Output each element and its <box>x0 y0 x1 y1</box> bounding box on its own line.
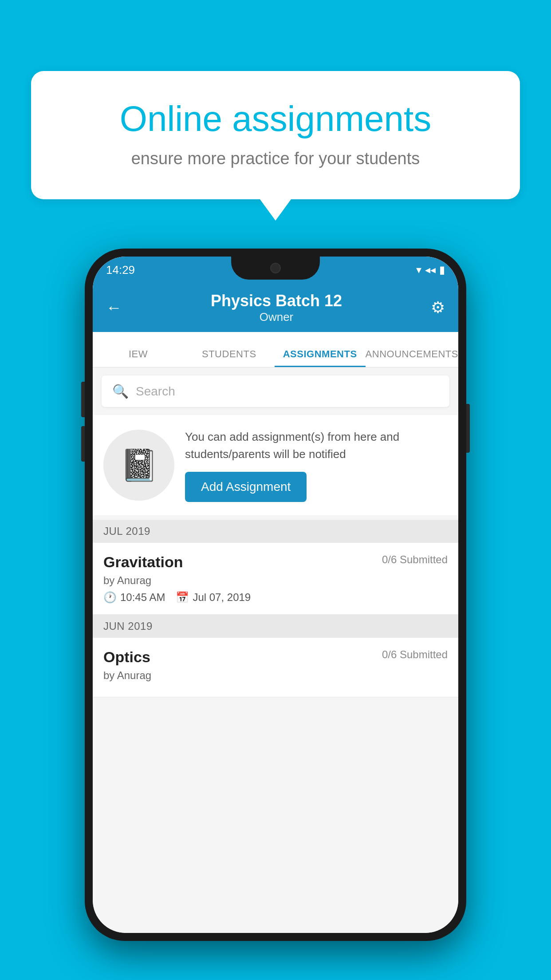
bubble-title: Online assignments <box>67 98 484 140</box>
tab-assignments-label: ASSIGNMENTS <box>283 348 357 360</box>
assignment-by-optics: by Anurag <box>103 669 448 682</box>
header-center: Physics Batch 12 Owner <box>211 292 342 324</box>
screen-content: 14:29 ▾ ◂◂ ▮ ← Physics Batch 12 Owner ⚙ <box>93 257 458 933</box>
speech-bubble: Online assignments ensure more practice … <box>31 71 520 199</box>
volume-down-button <box>81 426 85 462</box>
speech-bubble-area: Online assignments ensure more practice … <box>31 71 520 199</box>
meta-date-gravitation: 📅 Jul 07, 2019 <box>176 591 251 604</box>
promo-text-area: You can add assignment(s) from here and … <box>185 428 448 502</box>
tab-bar: IEW STUDENTS ASSIGNMENTS ANNOUNCEMENTS <box>93 332 458 368</box>
phone-notch <box>231 257 320 280</box>
battery-icon: ▮ <box>439 264 445 276</box>
assignment-title-gravitation: Gravitation <box>103 553 183 571</box>
bubble-subtitle: ensure more practice for your students <box>67 149 484 168</box>
promo-box: 📓 You can add assignment(s) from here an… <box>93 415 458 515</box>
calendar-icon: 📅 <box>176 591 189 604</box>
notebook-icon: 📓 <box>120 447 158 483</box>
assignment-submitted-optics: 0/6 Submitted <box>382 648 448 661</box>
volume-up-button <box>81 382 85 417</box>
section-header-jun: JUN 2019 <box>93 615 458 638</box>
phone-device: 14:29 ▾ ◂◂ ▮ ← Physics Batch 12 Owner ⚙ <box>85 249 466 941</box>
section-header-jul: JUL 2019 <box>93 520 458 543</box>
content-area: 🔍 Search 📓 You can add assignment(s) fro… <box>93 368 458 933</box>
wifi-icon: ▾ <box>416 264 421 276</box>
status-time: 14:29 <box>106 263 135 277</box>
assignment-top-row: Gravitation 0/6 Submitted <box>103 553 448 571</box>
assignment-submitted-gravitation: 0/6 Submitted <box>382 553 448 566</box>
assignment-title-optics: Optics <box>103 648 150 666</box>
assignment-meta-gravitation: 🕐 10:45 AM 📅 Jul 07, 2019 <box>103 591 448 604</box>
search-input[interactable]: Search <box>136 384 175 399</box>
meta-time-gravitation: 🕐 10:45 AM <box>103 591 165 604</box>
header-title: Physics Batch 12 <box>211 292 342 310</box>
section-header-jul-label: JUL 2019 <box>103 525 150 537</box>
assignment-item-optics[interactable]: Optics 0/6 Submitted by Anurag <box>93 638 458 697</box>
phone-shell: 14:29 ▾ ◂◂ ▮ ← Physics Batch 12 Owner ⚙ <box>85 249 466 941</box>
front-camera <box>270 263 281 273</box>
assignment-top-row-optics: Optics 0/6 Submitted <box>103 648 448 666</box>
back-button[interactable]: ← <box>106 298 122 317</box>
tab-students[interactable]: STUDENTS <box>184 348 275 367</box>
clock-icon: 🕐 <box>103 591 117 604</box>
tab-announcements[interactable]: ANNOUNCEMENTS <box>366 348 458 367</box>
meta-time-value: 10:45 AM <box>120 591 165 604</box>
tab-iew[interactable]: IEW <box>93 348 184 367</box>
tab-assignments[interactable]: ASSIGNMENTS <box>275 348 366 367</box>
search-icon: 🔍 <box>112 383 129 399</box>
power-button <box>466 404 470 453</box>
meta-date-value: Jul 07, 2019 <box>193 591 251 604</box>
tab-announcements-label: ANNOUNCEMENTS <box>366 348 458 360</box>
header-subtitle: Owner <box>211 310 342 324</box>
tab-iew-label: IEW <box>129 348 148 360</box>
phone-screen: 14:29 ▾ ◂◂ ▮ ← Physics Batch 12 Owner ⚙ <box>93 257 458 933</box>
settings-button[interactable]: ⚙ <box>431 298 445 317</box>
promo-icon-circle: 📓 <box>103 430 174 501</box>
section-header-jun-label: JUN 2019 <box>103 620 153 632</box>
add-assignment-button[interactable]: Add Assignment <box>185 472 307 502</box>
assignment-by-gravitation: by Anurag <box>103 574 448 587</box>
signal-icon: ◂◂ <box>425 264 436 276</box>
assignment-item-gravitation[interactable]: Gravitation 0/6 Submitted by Anurag 🕐 10… <box>93 543 458 615</box>
search-container[interactable]: 🔍 Search <box>102 375 449 407</box>
promo-description: You can add assignment(s) from here and … <box>185 428 448 463</box>
status-icons: ▾ ◂◂ ▮ <box>416 264 445 276</box>
app-header: ← Physics Batch 12 Owner ⚙ <box>93 283 458 332</box>
tab-students-label: STUDENTS <box>202 348 256 360</box>
